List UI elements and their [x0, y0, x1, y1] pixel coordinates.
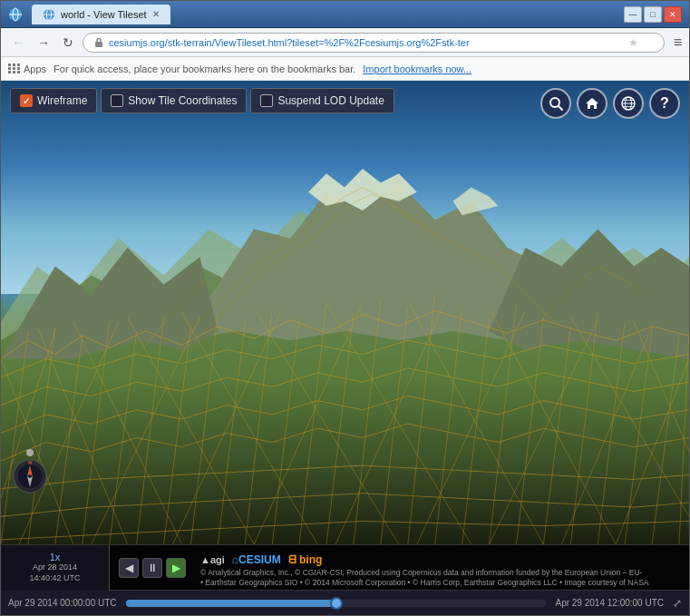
timeline-track[interactable] — [126, 600, 547, 607]
date-display: Apr 28 2014 14:40:42 UTC — [29, 562, 80, 583]
compass-widget: N — [12, 449, 48, 494]
apps-button[interactable]: Apps — [8, 64, 46, 74]
url-bar[interactable]: cesiumjs.org/stk-terrain/ViewTileset.htm… — [83, 33, 665, 53]
suspend-lod-toggle[interactable]: Suspend LOD Update — [250, 88, 394, 113]
tile-coords-toggle[interactable]: Show Tile Coordinates — [101, 88, 247, 113]
search-icon — [548, 95, 564, 112]
address-bar: ← → ↻ cesiumjs.org/stk-terrain/ViewTiles… — [1, 28, 689, 57]
apps-label: Apps — [24, 64, 46, 74]
title-bar: world - View Tileset ✕ — □ ✕ — [1, 1, 689, 28]
browser-menu-icon[interactable]: ≡ — [674, 34, 682, 51]
svg-rect-6 — [95, 42, 102, 47]
search-button[interactable] — [540, 88, 571, 119]
url-text: cesiumjs.org/stk-terrain/ViewTileset.htm… — [109, 37, 625, 48]
pause-button[interactable]: ⏸ — [142, 558, 162, 578]
minimize-button[interactable]: — — [624, 6, 642, 23]
playback-controls: ◀ ⏸ ▶ — [110, 558, 195, 578]
tab-icon — [43, 8, 55, 21]
check-mark-icon: ✓ — [23, 96, 30, 106]
forward-button[interactable]: → — [34, 34, 53, 52]
back-button[interactable]: ← — [8, 34, 28, 52]
speed-display: 1x — [50, 552, 61, 562]
app-icon — [8, 7, 23, 22]
cesium-viewer[interactable]: ✓ Wireframe Show Tile Coordinates Suspen… — [1, 81, 689, 544]
wireframe-toggle[interactable]: ✓ Wireframe — [10, 88, 97, 113]
credits-text-line2: • Earthstar Geographics SIO • © 2014 Mic… — [200, 578, 684, 588]
timeline-thumb[interactable] — [330, 597, 343, 610]
home-button[interactable] — [577, 88, 607, 119]
status-left-panel: 1x Apr 28 2014 14:40:42 UTC — [1, 545, 110, 591]
viewer-toolbar: ✓ Wireframe Show Tile Coordinates Suspen… — [10, 88, 394, 113]
bookmark-star-icon[interactable]: ★ — [628, 36, 638, 49]
wireframe-label: Wireframe — [37, 94, 87, 107]
tile-coords-label: Show Tile Coordinates — [128, 94, 237, 107]
browser-tab[interactable]: world - View Tileset ✕ — [32, 5, 170, 24]
help-button[interactable]: ? — [649, 88, 680, 119]
status-bar: 1x Apr 28 2014 14:40:42 UTC ◀ ⏸ ▶ ▲agi ⌂… — [1, 544, 689, 590]
agi-logo: ▲agi — [200, 554, 225, 565]
svg-line-35 — [559, 106, 562, 110]
wireframe-checkbox: ✓ — [20, 94, 33, 107]
timeline-bar: Apr 29 2014 00:00:00 UTC Apr 29 2014 12:… — [1, 590, 689, 615]
reload-button[interactable]: ↻ — [59, 34, 77, 52]
cesium-logo: ⌂CESIUM — [232, 553, 281, 566]
suspend-lod-checkbox — [260, 94, 273, 107]
tile-coords-checkbox — [111, 94, 123, 107]
globe-button[interactable] — [613, 88, 644, 119]
brand-logos: ▲agi ⌂CESIUM ᗺ bing — [200, 553, 684, 566]
window-controls: — □ ✕ — [624, 6, 682, 23]
tab-close-button[interactable]: ✕ — [152, 9, 160, 19]
apps-grid-icon — [8, 64, 21, 73]
home-icon — [584, 95, 600, 112]
bookmarks-bar: Apps For quick access, place your bookma… — [1, 57, 689, 81]
credits-text-line1: © Analytical Graphics, Inc., © CGIAR-CSI… — [200, 568, 684, 578]
timeline-expand-button[interactable]: ⤢ — [673, 597, 682, 610]
compass-svg: N — [12, 458, 48, 494]
maximize-button[interactable]: □ — [644, 6, 662, 23]
close-button[interactable]: ✕ — [664, 6, 682, 23]
play-button[interactable]: ▶ — [166, 558, 186, 578]
timeline-progress — [126, 600, 336, 607]
credits-bar: ▲agi ⌂CESIUM ᗺ bing © Analytical Graphic… — [195, 545, 689, 591]
import-bookmarks-link[interactable]: Import bookmarks now... — [363, 64, 471, 74]
timeline-start-time: Apr 29 2014 00:00:00 UTC — [8, 598, 117, 608]
security-icon — [92, 36, 105, 49]
svg-text:N: N — [28, 460, 32, 465]
viewer-right-toolbar: ? — [540, 88, 680, 119]
suspend-lod-label: Suspend LOD Update — [277, 94, 384, 107]
terrain-scene — [1, 81, 689, 544]
nav-indicator — [26, 449, 34, 456]
prev-button[interactable]: ◀ — [119, 558, 139, 578]
app-window: world - View Tileset ✕ — □ ✕ ← → ↻ cesiu… — [0, 0, 690, 616]
timeline-end-time: Apr 29 2014 12:00:00 UTC — [555, 598, 664, 608]
help-icon: ? — [660, 95, 669, 112]
tab-label: world - View Tileset — [61, 9, 147, 20]
globe-icon — [620, 95, 637, 112]
bing-logo: ᗺ bing — [288, 553, 323, 566]
bookmarks-hint: For quick access, place your bookmarks h… — [53, 64, 355, 74]
